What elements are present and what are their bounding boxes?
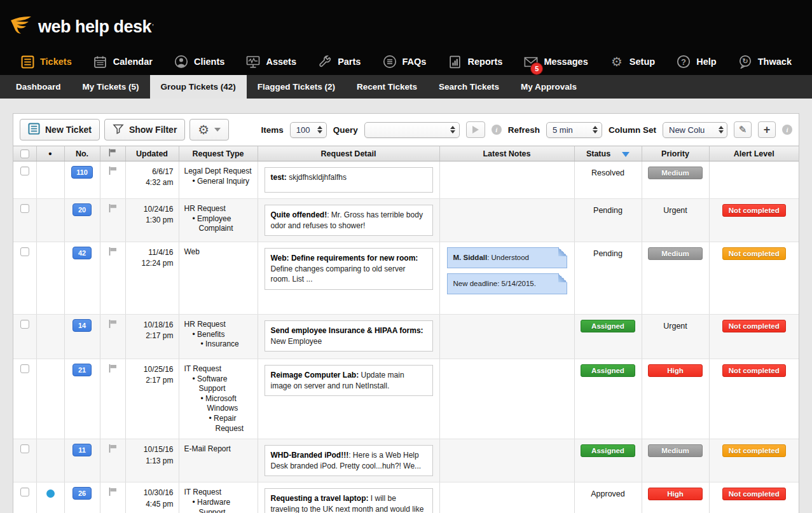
edit-column-set-button[interactable]: ✎	[734, 121, 752, 138]
ticket-number-badge[interactable]: 42	[72, 247, 92, 259]
cell-unread	[36, 161, 64, 199]
row-checkbox[interactable]	[20, 364, 29, 373]
column-header-updated[interactable]: Updated	[125, 146, 179, 161]
row-checkbox[interactable]	[20, 444, 29, 453]
refresh-select[interactable]: 5 min	[546, 122, 602, 138]
cell-ticket-number: 14	[64, 315, 100, 359]
alert-level-badge: Not completed	[722, 204, 786, 217]
request-detail-box[interactable]: WHD-Branded iPod!!!: Here is a Web Help …	[265, 445, 433, 476]
cell-alert-level: Not completed	[709, 242, 799, 315]
flag-icon[interactable]	[108, 319, 118, 331]
nav-item-assets[interactable]: Assets	[246, 55, 296, 69]
svg-text:↻: ↻	[742, 57, 748, 65]
add-column-set-button[interactable]: +	[758, 121, 776, 138]
cell-flag	[100, 359, 125, 439]
column-header-request-detail[interactable]: Request Detail	[258, 146, 439, 161]
row-checkbox[interactable]	[20, 320, 29, 329]
request-detail-box[interactable]: Quite offended!: Mr. Gross has terrible …	[265, 205, 433, 236]
column-header-alert-level[interactable]: Alert Level	[709, 146, 799, 161]
top-bar: web help desk ’ TicketsCalendarClientsAs…	[0, 0, 812, 75]
nav-item-clients[interactable]: Clients	[174, 55, 224, 69]
nav-item-thwack[interactable]: ↻Thwack	[738, 55, 792, 69]
flag-icon[interactable]	[108, 444, 118, 456]
flag-icon[interactable]	[108, 247, 118, 259]
query-info-icon[interactable]: i	[492, 125, 502, 135]
column-set-info-icon[interactable]: i	[782, 125, 792, 135]
ticket-number-badge[interactable]: 11	[72, 444, 92, 456]
parts-icon	[318, 55, 332, 69]
query-select[interactable]	[364, 122, 460, 138]
row-checkbox[interactable]	[20, 204, 29, 213]
nav-item-label: Clients	[194, 57, 224, 67]
request-detail-box[interactable]: Reimage Computer Lab: Update main image …	[265, 365, 433, 396]
column-header-no[interactable]: No.	[64, 146, 100, 161]
column-set-select[interactable]: New Colu	[663, 122, 727, 138]
request-detail-box[interactable]: Send employee Insurance & HIPAA forms: N…	[265, 320, 433, 352]
select-all-checkbox[interactable]	[20, 149, 29, 158]
tab-group-tickets-42[interactable]: Group Tickets (42)	[150, 75, 247, 99]
tab-recent-tickets[interactable]: Recent Tickets	[346, 75, 428, 99]
alert-level-badge: Not completed	[722, 488, 786, 500]
reports-icon	[448, 55, 462, 69]
row-checkbox[interactable]	[20, 488, 29, 496]
updated-time: 4:32 am	[127, 177, 174, 188]
app-logo[interactable]: web help desk ’	[10, 15, 154, 38]
column-header-unread[interactable]: •	[36, 146, 64, 161]
column-header-status[interactable]: Status	[574, 146, 642, 161]
cell-status: Pending	[574, 199, 642, 242]
nav-item-messages[interactable]: 5Messages	[524, 55, 588, 69]
nav-item-reports[interactable]: Reports	[448, 55, 503, 69]
column-header-flag[interactable]	[100, 146, 125, 161]
tab-my-approvals[interactable]: My Approvals	[510, 75, 588, 99]
request-detail-box[interactable]: test: skjdfhskldjhfalfhs	[265, 167, 433, 193]
items-value: 100	[296, 125, 310, 135]
updated-date: 11/4/16	[127, 247, 174, 258]
request-type-line: • Software Support	[184, 374, 255, 394]
request-detail-box[interactable]: Web: Define requirements for new room: D…	[265, 248, 433, 290]
show-filter-button[interactable]: Show Filter	[104, 119, 185, 140]
request-detail-box[interactable]: Requesting a travel laptop: I will be tr…	[265, 488, 433, 513]
status-text: Pending	[593, 206, 623, 215]
tab-flagged-tickets-2[interactable]: Flagged Tickets (2)	[247, 75, 346, 99]
latest-note: M. Siddall: Understood	[447, 247, 567, 268]
cell-updated: 10/30/164:45 pm	[125, 482, 179, 513]
nav-item-calendar[interactable]: Calendar	[93, 55, 153, 69]
row-checkbox[interactable]	[20, 167, 29, 175]
select-all-header[interactable]	[13, 146, 36, 161]
nav-item-setup[interactable]: ⚙Setup	[610, 55, 655, 69]
flag-icon[interactable]	[108, 487, 118, 499]
items-select[interactable]: 100	[290, 122, 327, 138]
column-header-request-type[interactable]: Request Type	[179, 146, 258, 161]
nav-item-help[interactable]: ?Help	[677, 55, 716, 69]
ticket-number-badge[interactable]: 14	[72, 319, 92, 332]
updated-date: 10/15/16	[127, 444, 174, 455]
priority-badge: Medium	[648, 444, 703, 457]
run-query-button[interactable]	[466, 121, 485, 138]
flag-icon[interactable]	[108, 166, 118, 178]
nav-item-parts[interactable]: Parts	[318, 55, 361, 69]
ticket-number-badge[interactable]: 110	[71, 166, 93, 179]
tab-dashboard[interactable]: Dashboard	[5, 75, 72, 99]
messages-icon: 5	[524, 55, 538, 69]
nav-item-faqs[interactable]: FAQs	[383, 55, 427, 69]
tab-my-tickets-5[interactable]: My Tickets (5)	[72, 75, 150, 99]
cell-latest-notes	[439, 359, 574, 439]
new-ticket-button[interactable]: New Ticket	[20, 119, 100, 140]
cell-select	[13, 482, 36, 513]
cell-alert-level: Not completed	[709, 439, 799, 482]
column-header-priority[interactable]: Priority	[642, 146, 709, 161]
column-header-latest-notes[interactable]: Latest Notes	[439, 146, 574, 161]
ticket-number-badge[interactable]: 26	[72, 487, 92, 500]
flag-icon[interactable]	[108, 364, 118, 376]
ticket-row-21: 2110/25/162:17 pmIT Request• Software Su…	[13, 359, 799, 439]
row-checkbox[interactable]	[20, 247, 29, 256]
nav-item-tickets[interactable]: Tickets	[20, 55, 72, 69]
tab-search-tickets[interactable]: Search Tickets	[428, 75, 510, 99]
updated-time: 1:13 pm	[127, 456, 174, 467]
note-fold-icon	[558, 273, 567, 282]
flag-icon[interactable]	[108, 203, 118, 215]
ticket-number-badge[interactable]: 20	[72, 203, 92, 216]
gear-menu-button[interactable]: ⚙	[189, 119, 229, 140]
ticket-number-badge[interactable]: 21	[72, 364, 92, 376]
cell-latest-notes	[439, 315, 574, 359]
